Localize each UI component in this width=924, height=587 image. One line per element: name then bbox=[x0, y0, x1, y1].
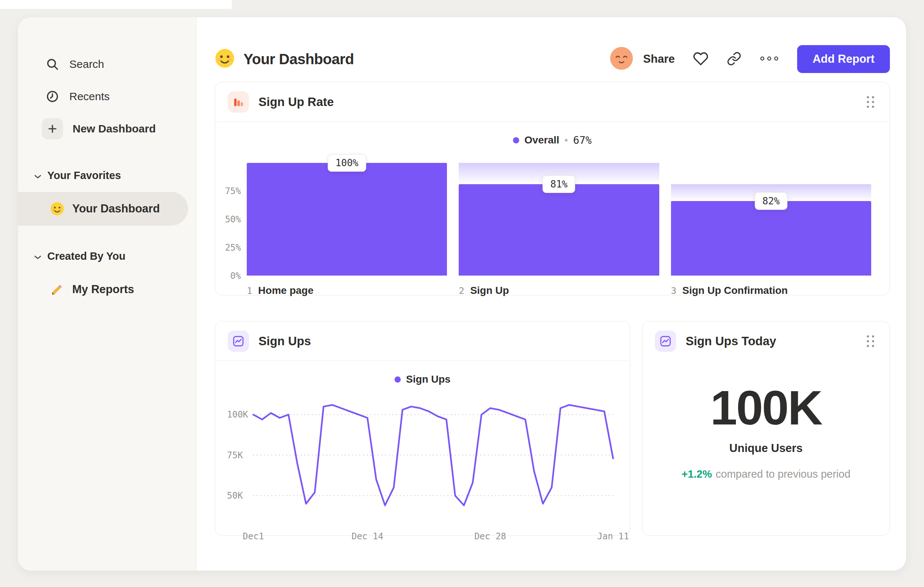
pencil-icon bbox=[50, 283, 64, 296]
funnel-columns: 100%81%82% bbox=[247, 163, 871, 276]
search-icon bbox=[45, 57, 60, 71]
sidebar-item-your-dashboard[interactable]: Your Dashboard bbox=[18, 192, 188, 226]
section-title: Your Favorites bbox=[47, 169, 121, 182]
funnel-chart-icon bbox=[228, 91, 249, 112]
kpi-delta-value: +1.2% bbox=[681, 468, 712, 480]
step-name: Home page bbox=[258, 285, 314, 296]
funnel-legend[interactable]: Overall • 67% bbox=[215, 134, 889, 146]
heart-icon bbox=[693, 51, 708, 68]
conversion-tooltip: 81% bbox=[543, 175, 575, 193]
add-report-button[interactable]: Add Report bbox=[797, 45, 890, 73]
line-chart-svg bbox=[253, 398, 613, 523]
legend-label: Sign Ups bbox=[406, 374, 450, 385]
funnel-step-label: 1Home page bbox=[247, 285, 447, 296]
sidebar-item-label: Search bbox=[69, 58, 104, 70]
chevron-down-icon bbox=[34, 250, 41, 262]
legend-value: 67% bbox=[573, 134, 592, 146]
copy-link-button[interactable] bbox=[727, 51, 741, 67]
step-index: 2 bbox=[459, 285, 464, 296]
window-edge-artifact bbox=[0, 0, 232, 9]
funnel-y-tick: 25% bbox=[225, 243, 241, 253]
kpi-value: 100K bbox=[642, 384, 889, 432]
main-content: Your Dashboard Share bbox=[196, 17, 906, 570]
sidebar-item-my-reports[interactable]: My Reports bbox=[18, 273, 196, 306]
sign-ups-card: Sign Ups Sign Ups 100K75K50K Dec1Dec 14D… bbox=[215, 321, 630, 536]
drag-handle-icon[interactable] bbox=[864, 93, 877, 111]
line-legend[interactable]: Sign Ups bbox=[215, 374, 630, 385]
ellipsis-icon bbox=[760, 56, 779, 62]
conversion-tooltip: 82% bbox=[755, 192, 787, 210]
step-name: Sign Up bbox=[470, 285, 509, 296]
sidebar-item-recents[interactable]: Recents bbox=[18, 80, 196, 112]
more-options-button[interactable] bbox=[760, 56, 779, 62]
legend-separator: • bbox=[564, 134, 568, 146]
header-actions: Share Add Report bbox=[610, 45, 890, 73]
sign-ups-card-header: Sign Ups bbox=[215, 321, 630, 361]
funnel-bar bbox=[671, 201, 871, 276]
bottom-cards-row: Sign Ups Sign Ups 100K75K50K Dec1Dec 14D… bbox=[215, 321, 890, 536]
funnel-chart: 75%50%25%0% 100%81%82% bbox=[215, 163, 889, 276]
sign-up-rate-card-header: Sign Up Rate bbox=[215, 82, 889, 122]
sidebar-item-search[interactable]: Search bbox=[18, 48, 196, 80]
sidebar-item-label: Your Dashboard bbox=[72, 202, 160, 215]
line-chart-x-tick: Dec 28 bbox=[474, 531, 507, 542]
funnel-bar-step-1[interactable]: 100% bbox=[247, 163, 447, 276]
chevron-down-icon bbox=[34, 169, 41, 182]
kpi-metric-label: Unique Users bbox=[642, 442, 889, 455]
line-chart-y-tick: 50K bbox=[227, 491, 243, 501]
drag-handle-icon[interactable] bbox=[864, 332, 877, 350]
app-window: Search Recents New Dashboard Your Favori… bbox=[18, 17, 906, 571]
dashboard-header: Your Dashboard Share bbox=[215, 44, 890, 74]
funnel-y-tick: 0% bbox=[230, 271, 241, 281]
share-label: Share bbox=[643, 53, 675, 66]
smiley-icon bbox=[215, 48, 235, 70]
funnel-bar bbox=[459, 184, 659, 276]
funnel-step-label: 3Sign Up Confirmation bbox=[671, 285, 871, 296]
step-name: Sign Up Confirmation bbox=[682, 285, 788, 296]
line-chart-x-tick: Dec1 bbox=[243, 531, 264, 542]
legend-dot bbox=[513, 137, 519, 144]
kpi-delta: +1.2%compared to previous period bbox=[642, 468, 889, 480]
favorite-heart-button[interactable] bbox=[693, 51, 708, 68]
funnel-bar bbox=[247, 163, 447, 276]
line-chart-x-tick: Jan 11 bbox=[597, 531, 629, 542]
line-chart-y-tick: 100K bbox=[227, 409, 248, 420]
funnel-bar-step-2[interactable]: 81% bbox=[459, 163, 659, 276]
funnel-y-tick: 75% bbox=[225, 186, 241, 196]
legend-label: Overall bbox=[524, 134, 559, 146]
funnel-step-label: 2Sign Up bbox=[459, 285, 659, 296]
line-chart-icon bbox=[228, 331, 249, 352]
funnel-y-tick: 50% bbox=[225, 214, 241, 225]
sign-up-rate-card: Sign Up Rate Overall • 67% 75%50%25%0% 1… bbox=[215, 82, 890, 295]
sign-ups-line-chart[interactable]: 100K75K50K bbox=[223, 398, 619, 523]
plus-icon bbox=[42, 118, 63, 139]
avatar[interactable] bbox=[610, 47, 633, 71]
funnel-y-axis: 75%50%25%0% bbox=[215, 163, 247, 276]
sign-ups-today-card: Sign Ups Today 100K Unique Users +1.2%co… bbox=[642, 321, 890, 536]
line-chart-y-tick: 75K bbox=[227, 450, 243, 460]
sidebar-item-new-dashboard[interactable]: New Dashboard bbox=[18, 112, 196, 145]
link-icon bbox=[727, 51, 741, 67]
sidebar-item-label: New Dashboard bbox=[73, 122, 156, 135]
share-button[interactable]: Share bbox=[610, 47, 675, 71]
favorites-section-header[interactable]: Your Favorites bbox=[18, 165, 196, 185]
clock-icon bbox=[45, 89, 60, 104]
kpi-delta-note: compared to previous period bbox=[716, 468, 851, 480]
legend-dot bbox=[394, 376, 401, 383]
section-title: Created By You bbox=[47, 250, 125, 262]
funnel-bar-step-3[interactable]: 82% bbox=[671, 163, 871, 276]
dashboard-title-group: Your Dashboard bbox=[215, 48, 354, 70]
sidebar-item-label: My Reports bbox=[72, 283, 134, 296]
card-title: Sign Ups bbox=[259, 334, 311, 348]
line-chart-x-axis: Dec1Dec 14Dec 28Jan 11 bbox=[253, 531, 613, 544]
sidebar-section-favorites: Your Favorites Your Dashboard bbox=[18, 165, 196, 226]
conversion-tooltip: 100% bbox=[328, 154, 366, 172]
line-chart-icon bbox=[655, 331, 676, 352]
created-by-you-section-header[interactable]: Created By You bbox=[18, 246, 196, 266]
sign-ups-today-card-header: Sign Ups Today bbox=[642, 321, 889, 361]
sidebar: Search Recents New Dashboard Your Favori… bbox=[18, 17, 196, 570]
sidebar-item-label: Recents bbox=[69, 90, 110, 103]
sidebar-section-created-by-you: Created By You My Reports bbox=[18, 246, 196, 306]
page-title: Your Dashboard bbox=[243, 51, 354, 68]
step-index: 1 bbox=[247, 285, 252, 296]
